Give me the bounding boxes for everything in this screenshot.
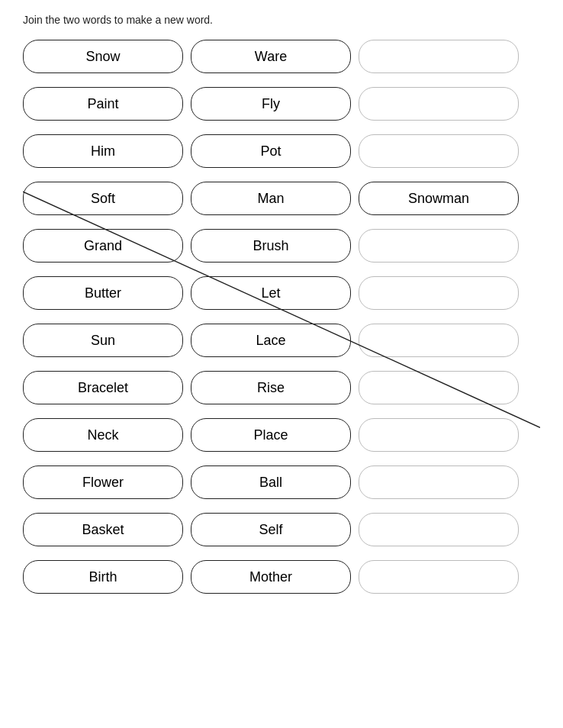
word-col1-row11: Birth: [23, 560, 183, 594]
word-col1-row5: Butter: [23, 276, 183, 310]
answer-col3-row1[interactable]: [359, 87, 519, 121]
word-col1-row0: Snow: [23, 40, 183, 73]
word-col2-row3: Man: [191, 182, 351, 215]
word-col2-row8: Place: [191, 418, 351, 452]
word-col1-row6: Sun: [23, 324, 183, 357]
word-col1-row9: Flower: [23, 465, 183, 499]
word-grid: SnowWarePaintFlyHimPotSoftManSnowmanGran…: [23, 40, 540, 594]
word-col2-row10: Self: [191, 513, 351, 546]
word-col2-row7: Rise: [191, 371, 351, 404]
word-col2-row11: Mother: [191, 560, 351, 594]
word-col1-row1: Paint: [23, 87, 183, 121]
word-col1-row3: Soft: [23, 182, 183, 215]
answer-col3-row6[interactable]: [359, 324, 519, 357]
word-col2-row0: Ware: [191, 40, 351, 73]
answer-col3-row11[interactable]: [359, 560, 519, 594]
word-col1-row7: Bracelet: [23, 371, 183, 404]
word-col1-row10: Basket: [23, 513, 183, 546]
answer-col3-row7[interactable]: [359, 371, 519, 404]
word-col1-row8: Neck: [23, 418, 183, 452]
word-col2-row9: Ball: [191, 465, 351, 499]
answer-col3-row8[interactable]: [359, 418, 519, 452]
word-col1-row4: Grand: [23, 229, 183, 263]
word-col2-row6: Lace: [191, 324, 351, 357]
answer-col3-row2[interactable]: [359, 134, 519, 168]
answer-col3-row10[interactable]: [359, 513, 519, 546]
word-col2-row2: Pot: [191, 134, 351, 168]
word-col2-row1: Fly: [191, 87, 351, 121]
answer-col3-row5[interactable]: [359, 276, 519, 310]
word-col2-row5: Let: [191, 276, 351, 310]
answer-col3-row9[interactable]: [359, 465, 519, 499]
answer-col3-row3: Snowman: [359, 182, 519, 215]
instruction-text: Join the two words to make a new word.: [23, 14, 540, 26]
answer-col3-row4[interactable]: [359, 229, 519, 263]
word-col1-row2: Him: [23, 134, 183, 168]
word-col2-row4: Brush: [191, 229, 351, 263]
answer-col3-row0[interactable]: [359, 40, 519, 73]
